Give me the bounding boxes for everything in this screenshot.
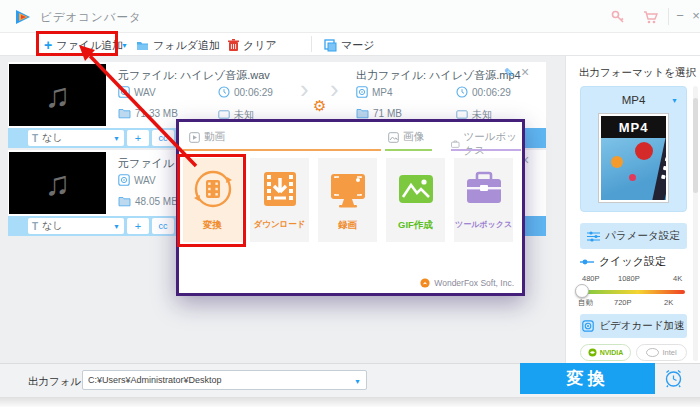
nvidia-button[interactable]: NVIDIA bbox=[580, 344, 631, 361]
gpu-acceleration-button[interactable]: ビデオカード加速 bbox=[580, 314, 687, 338]
gif-image-icon bbox=[394, 167, 438, 211]
toolbar: + ファイル追加 ▼ フォルダ追加 クリア マ bbox=[0, 33, 700, 56]
format-disc-icon bbox=[118, 174, 130, 186]
output-file-label: 出力ファイル: bbox=[356, 69, 426, 81]
audio-thumbnail: ♫ bbox=[9, 64, 106, 126]
clock-icon bbox=[456, 86, 468, 98]
subtitle-t-icon: T bbox=[32, 221, 38, 232]
format-disc-icon bbox=[356, 86, 368, 98]
add-subtitle-button[interactable]: + bbox=[127, 218, 149, 234]
clock-icon bbox=[218, 86, 230, 98]
tile-download[interactable]: ダウンロード bbox=[250, 158, 309, 242]
quality-slider-handle[interactable] bbox=[575, 284, 589, 298]
sliders-icon bbox=[587, 231, 600, 242]
out-format: MP4 bbox=[356, 86, 393, 98]
format-disc-icon bbox=[118, 86, 130, 98]
source-file-title: 元ファイル: ハイレゾ音源.wav bbox=[118, 68, 270, 83]
subtitle-select[interactable]: T なし ▼ bbox=[28, 218, 124, 234]
title-bar: ビデオコンバータ − × bbox=[0, 0, 700, 33]
quality-slider-track[interactable] bbox=[581, 290, 685, 294]
src-size: 71.33 MB bbox=[118, 108, 178, 119]
gif-tile-label: GIF作成 bbox=[398, 219, 433, 232]
cc-button[interactable]: cc bbox=[152, 130, 174, 146]
nvidia-label: NVIDIA bbox=[600, 349, 624, 356]
intel-icon bbox=[646, 348, 659, 357]
audio-thumbnail: ♫ bbox=[9, 152, 106, 214]
format-caret-icon[interactable]: ▼ bbox=[671, 97, 678, 104]
file-folder-icon bbox=[118, 196, 131, 207]
convert-icon bbox=[191, 167, 235, 211]
schedule-alarm-icon[interactable] bbox=[663, 368, 684, 389]
file-folder-icon bbox=[356, 108, 369, 119]
subtitle-value: なし bbox=[42, 219, 62, 233]
subtitle-select[interactable]: T なし ▼ bbox=[28, 130, 124, 146]
parameter-settings-button[interactable]: パラメータ設定 bbox=[580, 223, 687, 249]
slider-label-2k: 2K bbox=[664, 298, 673, 307]
intel-label: Intel bbox=[662, 348, 676, 357]
src-format: WAV bbox=[118, 174, 156, 186]
path-caret-icon[interactable]: ▼ bbox=[354, 378, 361, 385]
toolbox-tab-underline bbox=[451, 149, 521, 151]
merge-label: マージ bbox=[341, 38, 375, 53]
output-folder-path: C:¥Users¥Administrator¥Desktop bbox=[88, 375, 222, 385]
tab-toolbox[interactable]: ツールボックス bbox=[451, 130, 522, 158]
quick-settings-header: クイック設定 bbox=[580, 254, 666, 269]
format-panel-header: 出力フォーマットを選択 bbox=[579, 66, 696, 80]
tab-image[interactable]: 画像 bbox=[388, 130, 424, 144]
wonderfox-logo-icon bbox=[420, 278, 430, 288]
selected-format-box[interactable]: MP4 ▼ MP4 bbox=[580, 86, 687, 212]
convert-tile-label: 変換 bbox=[203, 219, 222, 232]
add-file-label: ファイル追加 bbox=[56, 38, 123, 53]
app-title: ビデオコンバータ bbox=[40, 10, 142, 25]
source-file-title: 元ファイル bbox=[118, 156, 174, 171]
app-window: ビデオコンバータ − × + ファイル追加 ▼ フォルダ追加 bbox=[0, 0, 700, 407]
add-file-button[interactable]: + ファイル追加 bbox=[44, 36, 123, 54]
tile-record[interactable]: 録画 bbox=[318, 158, 377, 242]
convert-button[interactable]: 変換 bbox=[520, 363, 655, 394]
music-note-icon: ♫ bbox=[45, 164, 71, 203]
launcher-popup: 動画 画像 ツールボックス 変換 bbox=[176, 119, 525, 296]
add-folder-button[interactable]: フォルダ追加 bbox=[136, 36, 220, 54]
tile-toolbox[interactable]: ツールボックス bbox=[454, 158, 513, 242]
toolbox-icon bbox=[462, 167, 506, 211]
quick-settings-label: クイック設定 bbox=[599, 254, 666, 269]
quick-slider-icon bbox=[580, 258, 594, 266]
gpu-acceleration-label: ビデオカード加速 bbox=[599, 319, 684, 333]
remove-file-icon[interactable]: × bbox=[521, 64, 529, 80]
trash-icon bbox=[228, 39, 239, 52]
popup-footer-text: WonderFox Soft, Inc. bbox=[434, 278, 514, 288]
source-file-name: ハイレゾ音源.wav bbox=[180, 69, 270, 81]
src-size: 48.05 MB bbox=[118, 196, 178, 207]
clear-button[interactable]: クリア bbox=[228, 36, 277, 54]
intel-button[interactable]: Intel bbox=[636, 344, 687, 361]
parameter-settings-label: パラメータ設定 bbox=[605, 229, 679, 243]
format-panel: 出力フォーマットを選択 MP4 ▼ MP4 パラメータ設定 bbox=[565, 56, 700, 363]
add-subtitle-button[interactable]: + bbox=[127, 130, 149, 146]
video-tab-label: 動画 bbox=[204, 130, 225, 144]
source-file-label: 元ファイル: bbox=[118, 69, 177, 81]
tab-video[interactable]: 動画 bbox=[189, 130, 225, 144]
image-tab-underline bbox=[385, 149, 432, 151]
cart-icon[interactable] bbox=[643, 9, 659, 25]
slider-label-480p: 480P bbox=[582, 274, 600, 283]
out-duration: 00:06:29 bbox=[456, 86, 511, 98]
slider-label-4k: 4K bbox=[673, 274, 682, 283]
rename-pencil-icon[interactable]: ✎ bbox=[504, 66, 514, 80]
output-folder-input[interactable]: C:¥Users¥Administrator¥Desktop ▼ bbox=[82, 370, 367, 390]
gear-icon[interactable]: ⚙ bbox=[313, 98, 326, 113]
src-duration: 00:06:29 bbox=[218, 86, 273, 98]
folder-add-icon bbox=[136, 40, 149, 51]
close-button[interactable]: × bbox=[687, 7, 700, 25]
download-icon bbox=[258, 167, 302, 211]
toolbox-tab-icon bbox=[451, 139, 460, 149]
panel-scrollbar-thumb[interactable] bbox=[693, 98, 698, 193]
add-file-caret-icon[interactable]: ▼ bbox=[121, 42, 128, 49]
register-key-icon[interactable] bbox=[610, 9, 626, 25]
titlebar-divider bbox=[668, 8, 669, 25]
merge-button[interactable]: マージ bbox=[324, 36, 375, 54]
tile-convert[interactable]: 変換 bbox=[183, 158, 242, 242]
output-file-title: 出力ファイル: ハイレゾ音源.mp4 bbox=[356, 68, 521, 83]
cc-button[interactable]: cc bbox=[152, 218, 174, 234]
tile-gif[interactable]: GIF作成 bbox=[386, 158, 445, 242]
chevron-icon: › bbox=[330, 76, 339, 102]
